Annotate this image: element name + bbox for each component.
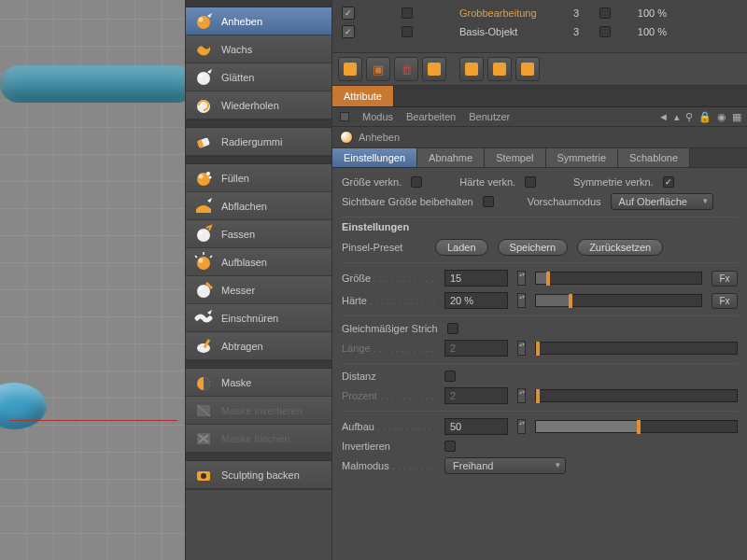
tool-glaetten[interactable]: Glätten — [186, 63, 331, 91]
label-sichtbare: Sichtbare Größe beibehalten — [342, 196, 473, 207]
input-aufbau[interactable]: 50 — [444, 418, 508, 435]
tool-abflachen[interactable]: Abflachen — [186, 192, 331, 220]
mesh-object-2[interactable] — [0, 383, 47, 429]
svg-point-11 — [209, 175, 212, 178]
right-panel: Grobbearbeitung 3 100 % Basis-Objekt 3 1… — [332, 0, 747, 560]
check-invert[interactable] — [444, 441, 456, 452]
visibility-check[interactable] — [342, 7, 355, 20]
input-laenge: 2 — [444, 340, 508, 357]
tool-sculpting-backen[interactable]: Sculpting backen — [186, 461, 331, 489]
btn-reset[interactable]: Zurücksetzen — [577, 239, 663, 256]
fuellen-icon — [193, 168, 214, 189]
tool-maske-invertieren[interactable]: Maske invertieren — [186, 397, 331, 425]
anheben-icon — [193, 11, 214, 32]
mesh-object-1[interactable] — [0, 65, 196, 103]
nav-up-icon[interactable]: ▴ — [674, 111, 680, 123]
check-distanz[interactable] — [444, 371, 456, 382]
tool-label: Sculpting backen — [221, 469, 300, 481]
input-groesse[interactable]: 15 — [444, 270, 508, 287]
menu-bearbeiten[interactable]: Bearbeiten — [406, 111, 456, 122]
more-icon[interactable]: ▦ — [732, 111, 741, 123]
object-flag[interactable] — [402, 26, 413, 37]
subtab-symmetrie[interactable]: Symmetrie — [546, 148, 619, 167]
check-symmetrie-verkn[interactable] — [663, 176, 674, 188]
check-sichtbare[interactable] — [483, 196, 494, 207]
tool-einschnueren[interactable]: Einschnüren — [186, 304, 331, 332]
menu-modus[interactable]: Modus — [362, 111, 393, 122]
tool-wiederholen[interactable]: Wiederholen — [186, 91, 331, 119]
object-flag[interactable] — [402, 7, 413, 19]
search-icon[interactable]: ⚲ — [685, 111, 693, 123]
folder-icon[interactable]: ▣ — [366, 57, 390, 81]
tool-panel: AnhebenWachsGlättenWiederholen Radiergum… — [185, 0, 332, 560]
spinner-prozent: ▴▾ — [517, 388, 526, 403]
visibility-check[interactable] — [342, 25, 355, 38]
tool-maske-loeschen[interactable]: Maske löschen — [186, 425, 331, 453]
nav-back-icon[interactable]: ◄ — [658, 111, 669, 123]
label-symmetrie-verkn: Symmetrie verkn. — [573, 176, 654, 188]
spinner-aufbau[interactable]: ▴▾ — [517, 419, 526, 434]
tool-fuellen[interactable]: Füllen — [186, 164, 331, 192]
tab-attribute[interactable]: Attribute — [332, 86, 394, 106]
subtab-schablone[interactable]: Schablone — [618, 148, 690, 167]
object-name[interactable]: Grobbearbeitung — [450, 7, 553, 19]
tool-fassen[interactable]: Fassen — [186, 220, 331, 248]
layer-action-3-icon[interactable] — [487, 57, 512, 81]
viewport-3d[interactable] — [0, 0, 185, 560]
fx-groesse[interactable]: Fx — [712, 271, 738, 287]
object-flag2[interactable] — [599, 26, 611, 37]
object-list: Grobbearbeitung 3 100 % Basis-Objekt 3 1… — [332, 0, 747, 52]
svg-point-1 — [199, 17, 204, 21]
subtab-einstellungen[interactable]: Einstellungen — [332, 148, 417, 167]
menu-handle-icon[interactable] — [340, 112, 349, 121]
tool-aufblasen[interactable]: Aufblasen — [186, 248, 331, 276]
tool-maske[interactable]: Maske — [186, 369, 331, 397]
slider-haerte[interactable] — [535, 294, 702, 307]
tool-wachs[interactable]: Wachs — [186, 35, 331, 63]
tool-label: Maske — [221, 377, 251, 388]
object-name[interactable]: Basis-Objekt — [450, 26, 553, 37]
wachs-icon — [193, 39, 214, 60]
layer-action-4-icon[interactable] — [515, 57, 540, 81]
label-distanz: Distanz — [342, 371, 435, 382]
svg-point-14 — [197, 257, 210, 270]
maske-icon — [193, 372, 214, 393]
layer-action-1-icon[interactable] — [422, 57, 446, 81]
tool-anheben[interactable]: Anheben — [186, 7, 331, 35]
tool-radiergummi[interactable]: Radiergummi — [186, 128, 331, 156]
slider-groesse[interactable] — [535, 272, 702, 285]
select-malmodus[interactable]: Freihand — [444, 457, 566, 474]
abflachen-icon — [193, 196, 214, 217]
fx-haerte[interactable]: Fx — [712, 293, 738, 309]
slider-aufbau[interactable] — [535, 420, 738, 433]
axis-line — [9, 420, 177, 421]
messer-icon — [193, 280, 214, 301]
check-gleich[interactable] — [447, 323, 458, 334]
svg-point-16 — [197, 285, 210, 298]
section-einstellungen: Einstellungen — [342, 217, 738, 236]
check-groesse-verkn[interactable] — [411, 176, 422, 188]
delete-icon[interactable]: 🗑 — [394, 57, 418, 81]
aufblasen-icon — [193, 252, 214, 273]
menu-benutzer[interactable]: Benutzer — [469, 111, 510, 122]
btn-laden[interactable]: Laden — [435, 239, 488, 256]
target-icon[interactable]: ◉ — [717, 111, 726, 123]
layer-action-2-icon[interactable] — [459, 57, 484, 81]
spinner-groesse[interactable]: ▴▾ — [517, 271, 526, 286]
object-row[interactable]: Basis-Objekt 3 100 % — [332, 22, 747, 41]
tool-abtragen[interactable]: Abtragen — [186, 332, 331, 360]
select-vorschau[interactable]: Auf Oberfläche — [611, 193, 713, 210]
spinner-haerte[interactable]: ▴▾ — [517, 293, 526, 308]
input-haerte[interactable]: 20 % — [444, 292, 508, 309]
add-layer-icon[interactable] — [338, 57, 362, 81]
btn-speichern[interactable]: Speichern — [498, 239, 569, 256]
subtab-stempel[interactable]: Stempel — [485, 148, 545, 167]
attribute-title: Anheben — [359, 132, 400, 143]
object-row[interactable]: Grobbearbeitung 3 100 % — [332, 4, 747, 22]
tool-messer[interactable]: Messer — [186, 276, 331, 304]
tool-label: Aufblasen — [221, 257, 267, 268]
object-flag2[interactable] — [599, 7, 611, 19]
subtab-abnahme[interactable]: Abnahme — [417, 148, 485, 167]
lock-icon[interactable]: 🔒 — [698, 111, 712, 123]
check-haerte-verkn[interactable] — [525, 176, 536, 188]
